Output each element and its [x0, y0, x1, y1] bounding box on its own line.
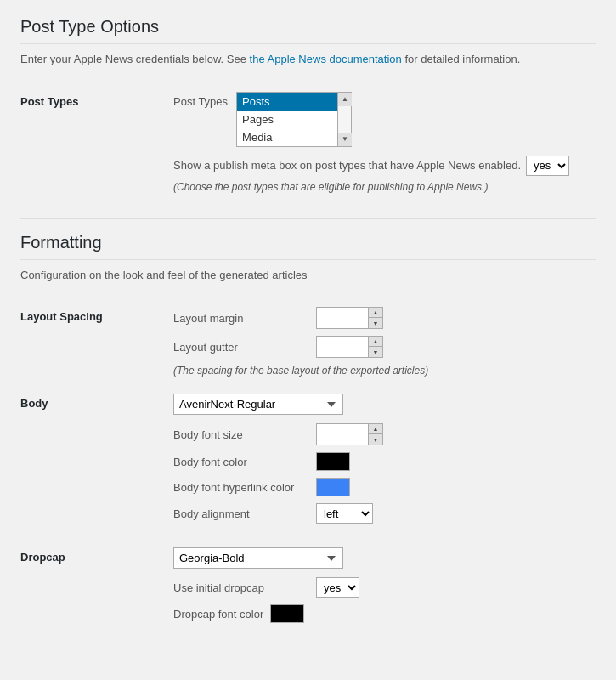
- use-initial-dropcap-row: Use initial dropcap yes no: [173, 577, 596, 598]
- body-row: Body AvenirNext-Regular Georgia Arial He…: [20, 385, 596, 539]
- body-td: AvenirNext-Regular Georgia Arial Helveti…: [173, 385, 596, 539]
- formatting-table: Layout Spacing Layout margin 100 ▲ ▼ Lay…: [20, 298, 596, 632]
- publish-meta-select[interactable]: yes no: [526, 156, 569, 176]
- layout-margin-input[interactable]: 100: [317, 308, 368, 328]
- publish-meta-label: Show a publish meta box on post types th…: [173, 159, 521, 172]
- body-th: Body: [20, 385, 173, 539]
- layout-spacing-row: Layout Spacing Layout margin 100 ▲ ▼ Lay…: [20, 298, 596, 385]
- publish-meta-row: Show a publish meta box on post types th…: [173, 156, 596, 176]
- dropcap-td: Georgia-Bold AvenirNext-Regular Arial-Bo…: [173, 539, 596, 632]
- listbox-scrollbar: ▲ ▼: [337, 93, 351, 146]
- layout-margin-label: Layout margin: [173, 312, 309, 325]
- scroll-up-btn[interactable]: ▲: [338, 93, 352, 106]
- layout-gutter-label: Layout gutter: [173, 341, 309, 354]
- scroll-down-btn[interactable]: ▼: [338, 133, 352, 146]
- dropcap-font-dropdown-row: Georgia-Bold AvenirNext-Regular Arial-Bo…: [173, 547, 596, 569]
- body-alignment-select[interactable]: left center right: [316, 503, 373, 524]
- post-types-hint: (Choose the post types that are eligible…: [173, 181, 596, 193]
- body-font-select[interactable]: AvenirNext-Regular Georgia Arial Helveti…: [173, 394, 343, 415]
- body-font-color-row: Body font color: [173, 452, 596, 471]
- listbox-item-pages[interactable]: Pages: [237, 110, 337, 128]
- body-alignment-row: Body alignment left center right: [173, 503, 596, 524]
- layout-margin-up[interactable]: ▲: [369, 308, 382, 318]
- dropcap-th: Dropcap: [20, 539, 173, 632]
- use-initial-dropcap-label: Use initial dropcap: [173, 581, 309, 594]
- scroll-track: [338, 106, 351, 133]
- post-types-table: Post Types Post Types Posts Pages Media …: [20, 83, 596, 201]
- desc-prefix: Enter your Apple News credentials below.…: [20, 53, 250, 65]
- layout-gutter-input-wrapper[interactable]: 20 ▲ ▼: [316, 336, 383, 358]
- page-title: Post Type Options: [20, 17, 596, 44]
- body-font-size-up[interactable]: ▲: [369, 424, 382, 434]
- section-divider-1: [20, 218, 596, 219]
- post-types-th: Post Types: [20, 83, 173, 201]
- body-font-size-label: Body font size: [173, 428, 309, 441]
- dropcap-font-select[interactable]: Georgia-Bold AvenirNext-Regular Arial-Bo…: [173, 547, 343, 569]
- body-font-color-label: Body font color: [173, 456, 309, 468]
- listbox-item-media[interactable]: Media: [237, 128, 337, 146]
- page-description: Enter your Apple News credentials below.…: [20, 51, 596, 68]
- body-hyperlink-color-row: Body font hyperlink color: [173, 478, 596, 496]
- post-types-listbox[interactable]: Posts Pages Media: [237, 93, 337, 146]
- layout-gutter-spinner: ▲ ▼: [368, 337, 382, 357]
- body-font-size-spinner: ▲ ▼: [368, 424, 382, 445]
- page-title-section: Post Type Options Enter your Apple News …: [20, 17, 596, 68]
- formatting-desc: Configuration on the look and feel of th…: [20, 267, 596, 284]
- layout-gutter-input[interactable]: 20: [317, 337, 368, 357]
- layout-gutter-row: Layout gutter 20 ▲ ▼: [173, 336, 596, 358]
- body-hyperlink-color-label: Body font hyperlink color: [173, 481, 309, 494]
- post-types-td: Post Types Posts Pages Media ▲ ▼ Show a …: [173, 83, 596, 201]
- body-font-size-input-wrapper[interactable]: 18 ▲ ▼: [316, 423, 383, 445]
- post-types-inner-label: Post Types: [173, 92, 228, 108]
- body-font-size-down[interactable]: ▼: [369, 434, 382, 445]
- body-alignment-label: Body alignment: [173, 507, 309, 520]
- body-font-size-input[interactable]: 18: [317, 424, 368, 445]
- layout-margin-row: Layout margin 100 ▲ ▼: [173, 307, 596, 329]
- layout-gutter-down[interactable]: ▼: [369, 347, 382, 357]
- dropcap-row: Dropcap Georgia-Bold AvenirNext-Regular …: [20, 539, 596, 632]
- body-font-color-swatch[interactable]: [316, 452, 350, 471]
- body-hyperlink-color-swatch[interactable]: [316, 478, 350, 496]
- post-types-container: Post Types Posts Pages Media ▲ ▼: [173, 92, 596, 147]
- use-initial-dropcap-select[interactable]: yes no: [316, 577, 359, 598]
- formatting-section: Formatting Configuration on the look and…: [20, 233, 596, 632]
- apple-news-doc-link[interactable]: the Apple News documentation: [250, 53, 402, 65]
- layout-spacing-th: Layout Spacing: [20, 298, 173, 385]
- layout-gutter-up[interactable]: ▲: [369, 337, 382, 347]
- formatting-title: Formatting: [20, 233, 596, 260]
- dropcap-font-color-swatch[interactable]: [270, 604, 304, 623]
- post-types-listbox-wrapper[interactable]: Posts Pages Media ▲ ▼: [236, 92, 352, 147]
- listbox-item-posts[interactable]: Posts: [237, 93, 337, 110]
- dropcap-color-row: Dropcap font color: [173, 604, 596, 623]
- body-font-size-row: Body font size 18 ▲ ▼: [173, 423, 596, 445]
- post-types-row: Post Types Post Types Posts Pages Media …: [20, 83, 596, 201]
- layout-margin-input-wrapper[interactable]: 100 ▲ ▼: [316, 307, 383, 329]
- dropcap-font-color-label: Dropcap font color: [173, 608, 263, 620]
- layout-spacing-td: Layout margin 100 ▲ ▼ Layout gutter 20: [173, 298, 596, 385]
- layout-hint: (The spacing for the base layout of the …: [173, 365, 596, 377]
- desc-suffix: for detailed information.: [402, 53, 520, 65]
- body-font-dropdown-row: AvenirNext-Regular Georgia Arial Helveti…: [173, 394, 596, 415]
- layout-margin-down[interactable]: ▼: [369, 318, 382, 328]
- layout-margin-spinner: ▲ ▼: [368, 308, 382, 328]
